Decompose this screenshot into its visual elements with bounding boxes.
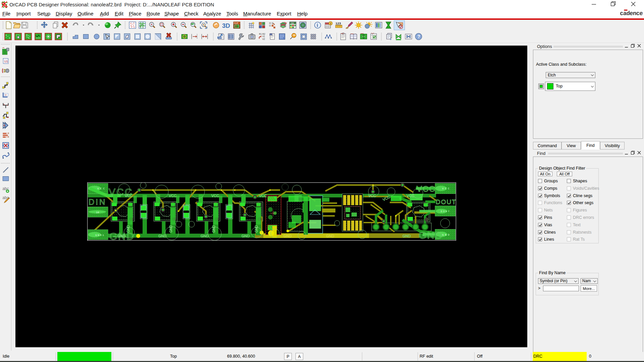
svg-text:GND: GND bbox=[201, 234, 209, 238]
svg-text:GND: GND bbox=[241, 234, 250, 238]
svg-text:VCC: VCC bbox=[407, 194, 414, 198]
svg-text:DOUT: DOUT bbox=[436, 198, 456, 205]
svg-text:GND: GND bbox=[158, 234, 167, 238]
svg-text:GND: GND bbox=[402, 234, 411, 238]
svg-text:GND: GND bbox=[212, 225, 216, 233]
svg-text:VCC: VCC bbox=[368, 194, 376, 198]
svg-text:GND: GND bbox=[255, 225, 258, 233]
svg-text:VCC: VCC bbox=[169, 194, 176, 198]
svg-text:DIN: DIN bbox=[89, 197, 106, 206]
svg-text:VCC: VCC bbox=[442, 187, 449, 190]
svg-text:GND: GND bbox=[326, 234, 334, 238]
svg-text:VCC: VCC bbox=[97, 187, 105, 190]
svg-text:VCC: VCC bbox=[259, 194, 267, 198]
svg-text:cadence: cadence bbox=[620, 10, 643, 16]
svg-text:GND: GND bbox=[126, 225, 130, 233]
svg-text:VCC: VCC bbox=[417, 184, 436, 193]
svg-text:GND: GND bbox=[169, 225, 173, 233]
svg-text:10: 10 bbox=[96, 211, 99, 214]
svg-text:VCC: VCC bbox=[125, 194, 132, 198]
svg-text:GND: GND bbox=[419, 230, 443, 241]
svg-text:GND: GND bbox=[442, 233, 449, 236]
svg-text:GND: GND bbox=[283, 234, 292, 238]
svg-text:VCC: VCC bbox=[211, 194, 219, 198]
svg-text:GND: GND bbox=[117, 234, 126, 238]
